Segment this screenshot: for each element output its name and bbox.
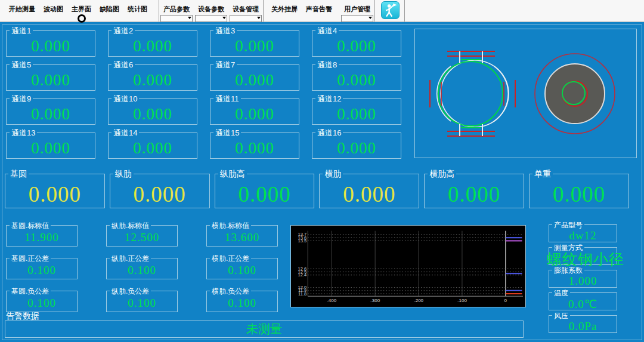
parameter-box: 基圆.正公差 0.100 — [6, 258, 78, 279]
toolbar-item-label: 产品参数 — [163, 5, 190, 13]
toolbar-dropdown[interactable] — [160, 15, 193, 22]
measurement-status-text: 未测量 — [246, 322, 282, 335]
svg-text:-400: -400 — [327, 298, 337, 303]
parameter-box: 基圆.负公差 0.100 — [6, 291, 78, 312]
toolbar-item[interactable]: 统计图 — [128, 5, 147, 14]
channel-box: 通道1 0.000 — [6, 30, 95, 57]
toolbar-item[interactable]: 主界面 — [72, 5, 91, 14]
toolbar-item-label: 用户管理 — [344, 5, 370, 13]
measure-person-flag-icon[interactable] — [381, 1, 400, 19]
toolbar-item-label: 设备参数 — [198, 5, 224, 13]
channel-value: 0.000 — [7, 105, 95, 123]
toolbar-item[interactable]: 关外挂屏 — [271, 5, 298, 14]
svg-text:0: 0 — [504, 298, 507, 303]
toolbar-item-label: 波动图 — [44, 5, 63, 13]
channel-value: 0.000 — [7, 37, 95, 55]
channel-grid: 通道1 0.000 通道2 0.000 通道3 0.000 通道4 0.000 … — [6, 30, 401, 159]
rebar-cross-section-diagram — [535, 54, 615, 134]
channel-value: 0.000 — [210, 71, 299, 89]
measurement-value: 0.000 — [215, 182, 314, 207]
toolbar-item[interactable]: 声音告警 — [306, 5, 332, 14]
chevron-down-icon — [188, 17, 191, 21]
toolbar-item-label: 开始测量 — [9, 5, 35, 13]
parameter-label: 横肋.正公差 — [210, 254, 251, 263]
channel-label: 通道3 — [213, 26, 237, 35]
channel-label: 通道2 — [112, 26, 135, 35]
toolbar-item[interactable]: 产品参数 — [163, 5, 190, 14]
product-info-value: 1.000 — [549, 275, 617, 288]
parameter-value: 0.100 — [107, 264, 177, 277]
measurement-value: 0.000 — [530, 182, 628, 207]
product-info-box: 测量方式 螺纹钢小径 — [549, 247, 617, 265]
channel-value: 0.000 — [109, 37, 197, 55]
toolbar-group-alerts: 关外挂屏 声音告警 — [267, 5, 336, 14]
channel-box: 通道13 0.000 — [6, 133, 95, 159]
channel-box: 通道16 0.000 — [312, 133, 401, 159]
channel-value: 0.000 — [210, 139, 299, 157]
toolbar-item[interactable]: 设备参数 — [198, 5, 224, 14]
measurement-label: 基圆 — [8, 170, 29, 178]
toolbar-dropdown[interactable] — [230, 15, 262, 22]
channel-box: 通道15 0.000 — [210, 133, 299, 159]
product-info-label: 风压 — [552, 312, 570, 321]
measurement-box: 横肋高 0.000 — [424, 174, 524, 208]
channel-label: 通道8 — [315, 60, 339, 69]
parameter-value: 0.100 — [207, 264, 277, 277]
parameter-box: 横肋.负公差 0.100 — [206, 291, 278, 312]
parameter-label: 纵肋.正公差 — [110, 254, 151, 263]
channel-box: 通道9 0.000 — [6, 98, 95, 125]
product-info-label: 产品型号 — [552, 221, 584, 230]
channel-label: 通道16 — [315, 128, 343, 137]
channel-box: 通道5 0.000 — [6, 64, 95, 91]
parameter-value: 0.100 — [107, 297, 177, 310]
product-info-label: 膨胀系数 — [552, 266, 584, 275]
person-flag-glyph — [382, 2, 399, 19]
parameter-label: 横肋.负公差 — [210, 287, 251, 296]
channel-label: 通道9 — [10, 94, 33, 103]
channel-box: 通道12 0.000 — [312, 98, 401, 125]
channel-label: 通道4 — [315, 26, 339, 35]
toolbar-separator — [263, 0, 264, 21]
channel-label: 通道6 — [112, 60, 135, 69]
parameter-value: 13.600 — [207, 231, 277, 244]
toolbar-item[interactable]: 缺陷图 — [100, 5, 119, 14]
chevron-down-icon — [369, 17, 372, 21]
parameter-value: 12.500 — [107, 231, 177, 244]
toolbar-dropdown[interactable] — [341, 15, 373, 22]
channel-value: 0.000 — [312, 139, 401, 157]
rebar-diagrams — [415, 29, 636, 158]
parameter-box: 纵肋.标称值 12.500 — [106, 225, 178, 247]
toolbar-item-label: 统计图 — [128, 5, 147, 13]
toolbar-item[interactable]: 用户管理 — [344, 5, 370, 14]
toolbar: 开始测量 波动图 主界面 缺陷图 — [0, 0, 644, 22]
channel-value: 0.000 — [312, 71, 401, 89]
svg-text:-200: -200 — [414, 298, 424, 303]
toolbar-item[interactable]: 开始测量 — [9, 5, 35, 14]
channel-value: 0.000 — [109, 105, 197, 123]
product-info-column: 产品型号 dw12 测量方式 螺纹钢小径 膨胀系数 1.000 温度 0.0℃ … — [549, 224, 617, 333]
trend-chart: -400-300-200-100013.713.613.512.612.512.… — [290, 225, 526, 307]
product-info-value: 0.0℃ — [549, 297, 617, 311]
measurement-box: 单重 0.000 — [529, 174, 629, 208]
svg-text:12.4: 12.4 — [298, 272, 306, 278]
measurement-label: 横肋 — [323, 170, 343, 178]
svg-text:-300: -300 — [370, 298, 380, 303]
channel-box: 通道6 0.000 — [108, 64, 197, 91]
channel-value: 0.000 — [109, 139, 197, 157]
parameter-box: 横肋.正公差 0.100 — [206, 258, 278, 279]
parameter-value: 0.100 — [7, 297, 77, 310]
channel-box: 通道3 0.000 — [210, 30, 299, 57]
parameter-value: 0.100 — [7, 264, 77, 277]
toolbar-item[interactable]: 波动图 — [44, 5, 63, 14]
toolbar-dropdown[interactable] — [195, 15, 227, 22]
channel-label: 通道1 — [10, 26, 33, 35]
measurement-box: 基圆 0.000 — [5, 174, 105, 208]
channel-value: 0.000 — [7, 139, 95, 157]
parameter-grid: 基圆.标称值 11.900 纵肋.标称值 12.500 横肋.标称值 13.60… — [6, 225, 278, 312]
svg-text:13.5: 13.5 — [298, 238, 306, 244]
measurement-box: 纵肋高 0.000 — [215, 174, 315, 208]
toolbar-item[interactable]: 设备管理 — [233, 5, 259, 14]
diagram-panel — [414, 29, 637, 158]
chevron-down-icon — [222, 17, 226, 21]
channel-box: 通道10 0.000 — [108, 98, 197, 125]
